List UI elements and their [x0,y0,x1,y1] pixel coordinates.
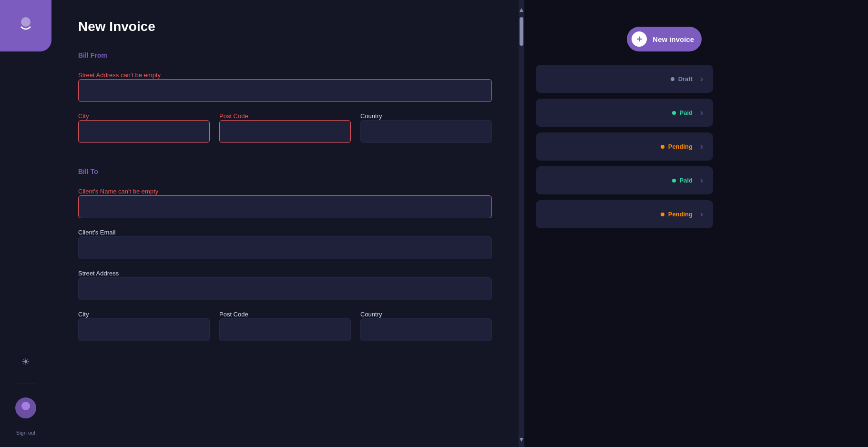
post-code-to-input[interactable] [219,318,351,341]
svg-point-2 [19,410,32,418]
status-dot-2 [661,145,664,149]
country-to-group: Country [360,310,492,341]
status-text-2: Pending [668,143,693,150]
street-address-from-input[interactable] [78,79,492,102]
clients-email-input[interactable] [78,236,492,259]
theme-toggle-button[interactable]: ☀ [17,353,34,370]
invoice-item-0[interactable]: Draft › [536,65,713,93]
page-title: New Invoice [78,19,492,34]
country-to-label: Country [360,311,382,318]
chevron-right-icon-0: › [700,74,703,84]
invoice-item-4[interactable]: Pending › [536,200,713,228]
status-dot-4 [661,213,664,216]
sun-icon: ☀ [21,356,30,367]
clients-name-input[interactable] [78,195,492,218]
bill-from-label: Bill From [78,51,492,59]
country-to-input[interactable] [360,318,492,341]
clients-name-group: Client's Name can't be empty [78,187,492,218]
status-badge-2: Pending [661,143,693,150]
new-invoice-label: New invoice [653,35,694,43]
clients-name-label: Client's Name can't be empty [78,188,158,195]
street-address-to-input[interactable] [78,277,492,300]
bill-to-label: Bill To [78,168,492,175]
status-dot-0 [671,77,674,81]
street-address-from-group: Street Address can't be empty [78,71,492,102]
chevron-right-icon-3: › [700,175,703,185]
main-form-area: New Invoice Bill From Street Address can… [51,0,519,447]
country-from-label: Country [360,112,382,120]
city-postcode-country-to-row: City Post Code Country [78,310,492,351]
street-address-to-group: Street Address [78,269,492,300]
clients-email-label: Client's Email [78,229,115,236]
invoice-item-2[interactable]: Pending › [536,132,713,161]
svg-point-1 [21,402,30,410]
sidebar-logo [0,0,51,51]
post-code-to-label: Post Code [219,311,248,318]
chevron-right-icon-2: › [700,142,703,152]
status-badge-1: Paid [672,109,693,116]
middle-scrollbar[interactable]: ▲ ▼ [519,0,524,447]
status-badge-0: Draft [671,75,693,82]
post-code-to-group: Post Code [219,310,351,341]
status-badge-4: Pending [661,211,693,218]
new-invoice-button[interactable]: + New invoice [627,27,702,51]
right-panel: + New invoice Draft › Paid › Pending › [524,0,725,447]
sign-out-label: Sign out [16,430,35,436]
sidebar-bottom: ☀ Sign out [15,353,36,447]
status-text-4: Pending [668,211,693,218]
post-code-from-input[interactable] [219,120,351,143]
sidebar: ☀ Sign out [0,0,51,447]
clients-email-group: Client's Email [78,228,492,259]
city-to-label: City [78,311,89,318]
plus-icon: + [632,31,647,47]
post-code-from-label: Post Code [219,112,248,120]
status-badge-3: Paid [672,177,693,184]
city-to-group: City [78,310,210,341]
city-from-label: City [78,112,89,120]
svg-point-0 [21,17,31,27]
status-dot-3 [672,179,676,183]
logo-icon [15,13,36,39]
bill-from-section: Bill From [78,51,492,59]
scrollbar-thumb[interactable] [520,17,523,46]
invoice-list: Draft › Paid › Pending › Paid › [524,65,725,228]
status-dot-1 [672,111,676,115]
status-text-0: Draft [678,75,693,82]
chevron-right-icon-1: › [700,108,703,118]
post-code-from-group: Post Code [219,112,351,143]
street-address-to-label: Street Address [78,270,119,277]
user-avatar[interactable] [15,397,36,418]
country-from-group: Country [360,112,492,143]
invoice-item-1[interactable]: Paid › [536,99,713,127]
city-to-input[interactable] [78,318,210,341]
city-from-group: City [78,112,210,143]
country-from-input[interactable] [360,120,492,143]
chevron-right-icon-4: › [700,209,703,219]
status-text-3: Paid [680,177,693,184]
city-from-input[interactable] [78,120,210,143]
street-address-from-label: Street Address can't be empty [78,71,161,79]
status-text-1: Paid [680,109,693,116]
city-postcode-country-row: City Post Code Country [78,112,492,152]
invoice-item-3[interactable]: Paid › [536,166,713,194]
bill-to-section: Bill To [78,168,492,175]
